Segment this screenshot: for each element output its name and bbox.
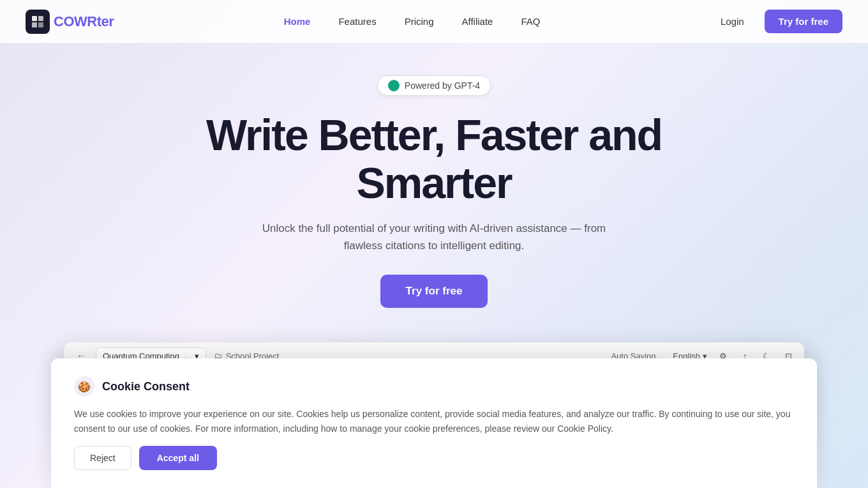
cookie-header: 🍪 Cookie Consent <box>74 376 794 397</box>
nav-pricing[interactable]: Pricing <box>393 11 445 32</box>
logo-icon <box>26 10 50 34</box>
powered-badge-text: Powered by GPT-4 <box>405 80 480 91</box>
hero-try-free-button[interactable]: Try for free <box>380 275 488 308</box>
logo-text: COWRter <box>54 13 114 30</box>
svg-rect-1 <box>38 16 43 21</box>
cookie-buttons: Reject Accept all <box>74 446 794 470</box>
logo[interactable]: COWRter <box>26 10 114 34</box>
svg-rect-2 <box>32 22 37 27</box>
gpt-icon <box>388 80 400 91</box>
accept-all-button[interactable]: Accept all <box>139 446 217 470</box>
nav-home[interactable]: Home <box>273 11 322 32</box>
cookie-icon: 🍪 <box>74 376 94 397</box>
powered-badge: Powered by GPT-4 <box>377 75 491 96</box>
hero-subtitle: Unlock the full potential of your writin… <box>243 220 625 254</box>
hero-section: Powered by GPT-4 Write Better, Faster an… <box>0 43 868 327</box>
navbar: COWRter Home Features Pricing Affiliate … <box>0 0 868 43</box>
reject-button[interactable]: Reject <box>74 446 131 470</box>
login-button[interactable]: Login <box>710 11 754 32</box>
cookie-text: We use cookies to improve your experienc… <box>74 407 794 436</box>
nav-links: Home Features Pricing Affiliate FAQ <box>273 11 552 32</box>
hero-title: Write Better, Faster and Smarter <box>147 111 721 207</box>
cookie-title: Cookie Consent <box>102 380 190 393</box>
nav-right: Login Try for free <box>710 10 842 33</box>
nav-faq[interactable]: FAQ <box>509 11 551 32</box>
nav-try-free-button[interactable]: Try for free <box>765 10 842 33</box>
cookie-consent-dialog: 🍪 Cookie Consent We use cookies to impro… <box>51 358 817 488</box>
nav-affiliate[interactable]: Affiliate <box>451 11 505 32</box>
svg-rect-3 <box>38 22 43 27</box>
svg-rect-0 <box>32 16 37 21</box>
nav-features[interactable]: Features <box>327 11 387 32</box>
